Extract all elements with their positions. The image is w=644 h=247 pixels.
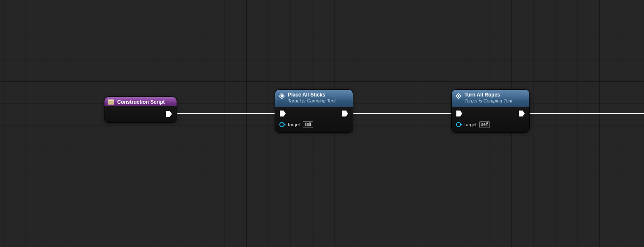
exec-output-pin[interactable]	[518, 110, 525, 117]
pin-default-value[interactable]: self	[479, 121, 490, 128]
pin-label: Target	[287, 122, 300, 127]
target-input-row: Target self	[456, 121, 490, 128]
object-input-pin[interactable]	[456, 122, 461, 127]
exec-output-pin[interactable]	[342, 110, 349, 117]
object-input-pin[interactable]	[279, 122, 284, 127]
node-header[interactable]: Place All Sticks Target is Camping Tent	[275, 90, 353, 107]
node-place-all-sticks[interactable]: Place All Sticks Target is Camping Tent …	[275, 90, 353, 132]
node-title: Construction Script	[117, 99, 165, 105]
function-icon	[278, 93, 285, 99]
svg-rect-3	[108, 103, 114, 103]
node-subtitle: Target is Camping Tent	[288, 98, 336, 104]
node-header[interactable]: Construction Script	[104, 97, 177, 106]
svg-rect-0	[108, 99, 114, 101]
node-header[interactable]: Turn All Ropes Target is Camping Tent	[452, 90, 529, 107]
node-turn-all-ropes[interactable]: Turn All Ropes Target is Camping Tent Ta…	[452, 90, 529, 132]
exec-input-pin[interactable]	[279, 110, 286, 117]
exec-input-pin[interactable]	[456, 110, 463, 117]
target-input-row: Target self	[279, 121, 313, 128]
svg-rect-2	[108, 102, 114, 102]
node-subtitle: Target is Camping Tent	[464, 98, 512, 104]
node-title: Turn All Ropes	[464, 92, 512, 98]
script-icon	[108, 99, 115, 105]
exec-output-pin[interactable]	[166, 111, 172, 117]
function-icon	[455, 93, 462, 99]
pin-default-value[interactable]: self	[303, 121, 314, 128]
pin-label: Target	[464, 122, 477, 127]
node-construction-script[interactable]: Construction Script	[104, 97, 177, 122]
node-title: Place All Sticks	[288, 92, 336, 98]
